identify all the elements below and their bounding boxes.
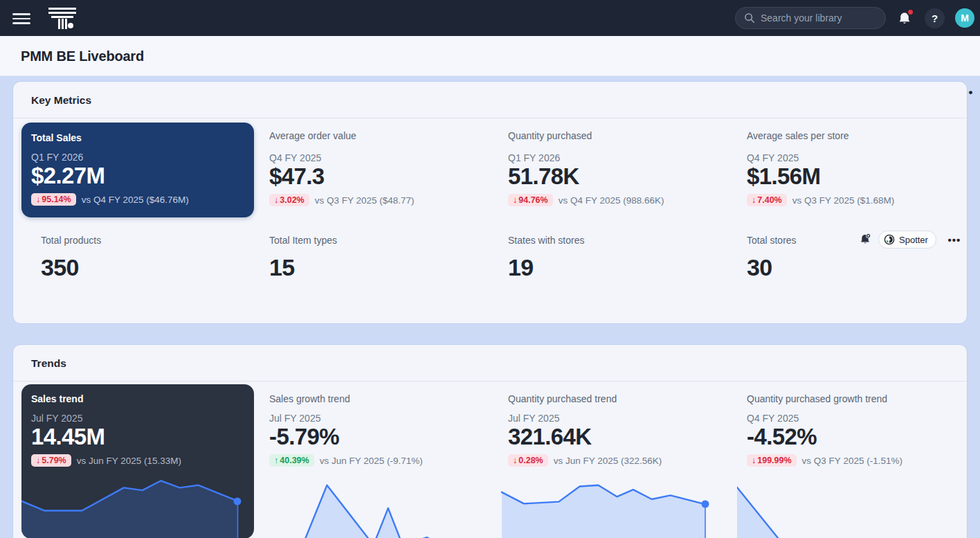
trend-tile-sales-growth-trend[interactable]: Sales growth trend Jul FY 2025 -5.79% ↑4… xyxy=(260,384,492,538)
trend-delta-badge: ↓0.28% xyxy=(508,454,548,467)
kpi-period: Q4 FY 2025 xyxy=(747,152,970,163)
sales-growth-trend-sparkline xyxy=(260,475,492,538)
trend-period: Jul FY 2025 xyxy=(269,413,482,424)
avatar-initial: M xyxy=(961,12,969,24)
trend-tile-sales-trend[interactable]: Sales trend Jul FY 2025 14.45M ↓5.79% vs… xyxy=(21,384,254,538)
liveboard-title: PMM BE Liveboard xyxy=(21,36,144,76)
trend-tile-quantity-purchased-trend[interactable]: Quantity purchased trend Jul FY 2025 321… xyxy=(498,384,731,538)
trend-title: Quantity purchased growth trend xyxy=(747,393,960,404)
kpi-value: $47.3 xyxy=(269,164,492,189)
kpi-tile-average-order-value[interactable]: Average order value Q4 FY 2025 $47.3 ↓3.… xyxy=(260,123,492,206)
arrow-down-icon: ↓ xyxy=(274,195,278,205)
kpi-value: $2.27M xyxy=(31,163,244,188)
kpi-value: 350 xyxy=(41,254,264,281)
quantity-purchased-growth-trend-sparkline xyxy=(737,475,970,538)
kpi-delta-badge: ↓94.76% xyxy=(508,194,553,206)
kpi-title: Average order value xyxy=(269,130,492,141)
kpi-compare: vs Q3 FY 2025 ($48.77) xyxy=(315,195,415,206)
kpi-title: Total Sales xyxy=(31,132,244,143)
arrow-down-icon: ↓ xyxy=(752,456,756,465)
kpi-value: 51.78K xyxy=(508,164,731,189)
kpi-period: Q1 FY 2026 xyxy=(31,152,244,163)
thoughtspot-logo-icon[interactable] xyxy=(47,5,79,33)
trend-value: 321.64K xyxy=(508,424,721,449)
kpi-tile-total-products[interactable]: Total products 350 xyxy=(31,235,264,281)
user-avatar[interactable]: M xyxy=(955,8,974,28)
trend-period: Jul FY 2025 xyxy=(508,413,721,424)
trend-value: -4.52% xyxy=(747,424,960,449)
trend-title: Sales trend xyxy=(31,393,244,404)
kpi-tile-total-item-types[interactable]: Total Item types 15 xyxy=(260,235,492,281)
kpi-value: 30 xyxy=(747,254,970,281)
trend-period: Jul FY 2025 xyxy=(31,413,244,424)
kpi-compare: vs Q4 FY 2025 ($46.76M) xyxy=(82,195,189,205)
kpi-tile-quantity-purchased[interactable]: Quantity purchased Q1 FY 2026 51.78K ↓94… xyxy=(498,123,731,206)
quantity-purchased-trend-sparkline xyxy=(498,475,731,538)
arrow-down-icon: ↓ xyxy=(36,456,40,465)
kpi-title: Average sales per store xyxy=(747,130,970,141)
arrow-down-icon: ↓ xyxy=(513,456,517,465)
kpi-title: Quantity purchased xyxy=(508,130,731,141)
spotter-label: Spotter xyxy=(899,235,928,245)
section-divider xyxy=(13,118,967,118)
kpi-title: States with stores xyxy=(508,235,731,246)
subscribe-alert-button[interactable] xyxy=(856,231,874,249)
key-metrics-section: Key Metrics Total Sales Q1 FY 2026 $2.27… xyxy=(12,81,968,324)
arrow-down-icon: ↓ xyxy=(752,195,756,205)
sales-trend-sparkline xyxy=(21,475,254,538)
tile-hover-actions: Spotter ••• xyxy=(737,231,970,249)
trend-delta-badge: ↓5.79% xyxy=(31,454,71,467)
kpi-value: 15 xyxy=(269,254,492,281)
trend-compare: vs Q3 FY 2025 (-1.51%) xyxy=(802,456,902,466)
trend-compare: vs Jun FY 2025 (322.56K) xyxy=(554,456,662,466)
kpi-delta-badge: ↓3.02% xyxy=(269,194,309,206)
trend-title: Quantity purchased trend xyxy=(508,393,721,404)
trend-tile-quantity-purchased-growth-trend[interactable]: Quantity purchased growth trend Q4 FY 20… xyxy=(737,384,970,538)
search-icon xyxy=(744,12,755,24)
kpi-period: Q4 FY 2025 xyxy=(269,152,492,163)
liveboard-header: PMM BE Liveboard i ☆ Overview Region-wis… xyxy=(0,36,980,76)
section-title-key-metrics: Key Metrics xyxy=(31,94,91,107)
kpi-compare: vs Q4 FY 2025 (988.66K) xyxy=(559,195,664,206)
section-divider xyxy=(13,381,967,382)
bell-plus-icon xyxy=(858,233,872,246)
trend-period: Q4 FY 2025 xyxy=(747,413,960,424)
kpi-delta-badge: ↓7.40% xyxy=(747,194,787,206)
kpi-period: Q1 FY 2026 xyxy=(508,152,731,163)
top-navbar: Search your library ? M xyxy=(0,0,980,36)
kpi-value: 19 xyxy=(508,254,731,281)
notifications-button[interactable] xyxy=(894,8,915,29)
kpi-title: Total Item types xyxy=(269,235,492,246)
trend-value: 14.45M xyxy=(31,424,244,449)
search-placeholder: Search your library xyxy=(761,12,842,24)
kpi-value: $1.56M xyxy=(747,164,970,189)
tile-more-options-button[interactable]: ••• xyxy=(945,231,963,249)
kpi-tile-total-sales[interactable]: Total Sales Q1 FY 2026 $2.27M ↓95.14% vs… xyxy=(21,123,254,217)
trend-compare: vs Jun FY 2025 (-9.71%) xyxy=(320,456,423,466)
trend-value: -5.79% xyxy=(269,424,482,449)
kpi-tile-states-with-stores[interactable]: States with stores 19 xyxy=(498,235,731,281)
arrow-down-icon: ↓ xyxy=(513,195,517,205)
sparkline-endpoint-marker xyxy=(234,497,242,505)
trends-section: Trends Sales trend Jul FY 2025 14.45M ↓5… xyxy=(12,344,968,538)
trend-title: Sales growth trend xyxy=(269,393,482,404)
notification-badge xyxy=(907,8,914,16)
hamburger-menu-icon[interactable] xyxy=(12,10,30,26)
trend-delta-badge: ↑40.39% xyxy=(269,454,314,467)
kpi-compare: vs Q3 FY 2025 ($1.68M) xyxy=(792,195,895,206)
spotter-logo-icon xyxy=(884,234,895,245)
kpi-delta-badge: ↓95.14% xyxy=(31,193,76,206)
section-title-trends: Trends xyxy=(31,357,66,370)
trend-compare: vs Jun FY 2025 (15.33M) xyxy=(77,456,181,466)
arrow-up-icon: ↑ xyxy=(274,456,278,465)
question-mark-icon: ? xyxy=(932,12,938,24)
ellipsis-icon: ••• xyxy=(948,234,961,246)
library-search-input[interactable]: Search your library xyxy=(735,7,886,29)
kpi-tile-average-sales-per-store[interactable]: Average sales per store Q4 FY 2025 $1.56… xyxy=(737,123,970,206)
spotter-button[interactable]: Spotter xyxy=(878,231,936,249)
trend-delta-badge: ↓199.99% xyxy=(747,454,797,467)
sparkline-endpoint-marker xyxy=(702,501,709,508)
help-button[interactable]: ? xyxy=(925,8,945,28)
kpi-title: Total products xyxy=(41,235,264,246)
arrow-down-icon: ↓ xyxy=(36,195,40,204)
